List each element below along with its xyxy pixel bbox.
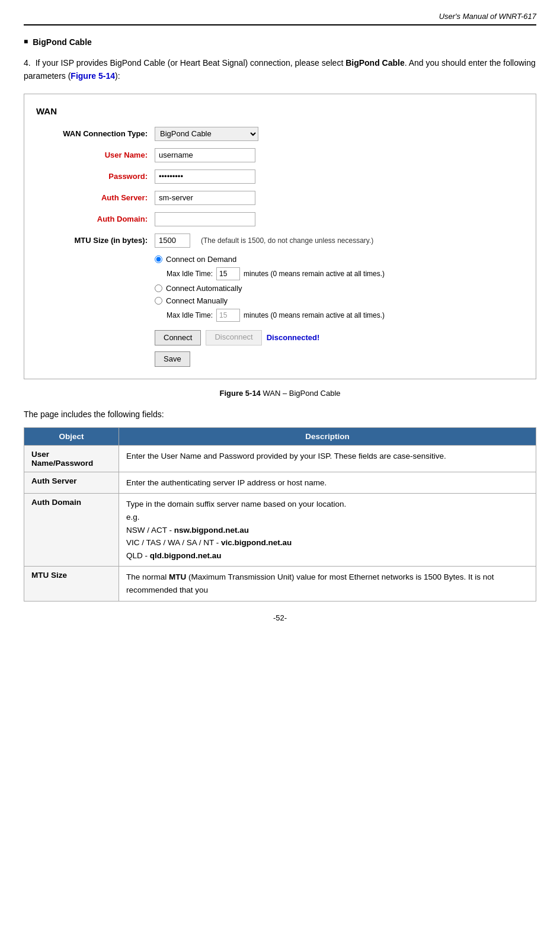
connection-type-label: WAN Connection Type: bbox=[36, 129, 155, 138]
desc-cell-username: Enter the User Name and Password provide… bbox=[119, 445, 536, 472]
disconnect-button: Disconnect bbox=[206, 330, 261, 345]
section-heading: BigPond Cable bbox=[24, 37, 536, 47]
password-row: Password: bbox=[36, 169, 518, 184]
mtu-input[interactable] bbox=[155, 233, 190, 248]
page-header: User's Manual of WNRT-617 bbox=[24, 12, 536, 25]
table-row: Auth Domain Type in the domain suffix se… bbox=[24, 494, 536, 567]
connect-on-demand-radio[interactable] bbox=[155, 255, 162, 263]
connect-auto-label[interactable]: Connect Automatically bbox=[166, 284, 242, 293]
connect-buttons-row: Connect Disconnect Disconnected! bbox=[155, 330, 518, 345]
auth-domain-input[interactable] bbox=[155, 212, 255, 226]
max-idle-time-note-2: minutes (0 means remain active at all ti… bbox=[244, 311, 385, 319]
mtu-bold: MTU bbox=[169, 572, 186, 581]
max-idle-time-note-1: minutes (0 means remain active at all ti… bbox=[244, 270, 385, 278]
mtu-input-group: (The default is 1500, do not change unle… bbox=[155, 233, 373, 248]
connect-on-demand-label[interactable]: Connect on Demand bbox=[166, 255, 236, 264]
footer-text: -52- bbox=[273, 613, 287, 622]
figure-caption-text: WAN – BigPond Cable bbox=[261, 389, 341, 398]
auth-domain-row: Auth Domain: bbox=[36, 212, 518, 226]
obj-cell-auth-server: Auth Server bbox=[24, 472, 119, 494]
connect-manual-label[interactable]: Connect Manually bbox=[166, 296, 228, 305]
body-text: The page includes the following fields: bbox=[24, 409, 536, 419]
idle-time-row-1: Max Idle Time: minutes (0 means remain a… bbox=[167, 267, 518, 280]
desc-cell-mtu: The normal MTU (Maximum Transmission Uni… bbox=[119, 567, 536, 601]
table-row: MTU Size The normal MTU (Maximum Transmi… bbox=[24, 567, 536, 601]
auth-server-label: Auth Server: bbox=[36, 193, 155, 202]
connect-manual-radio[interactable] bbox=[155, 297, 162, 305]
mtu-label: MTU Size (in bytes): bbox=[36, 236, 155, 245]
connect-options: Connect on Demand Max Idle Time: minutes… bbox=[155, 255, 518, 322]
username-row: User Name: bbox=[36, 148, 518, 162]
obj-cell-username: User Name/Password bbox=[24, 445, 119, 472]
mtu-row: MTU Size (in bytes): (The default is 150… bbox=[36, 233, 518, 248]
desc-cell-auth-domain: Type in the domain suffix server name ba… bbox=[119, 494, 536, 567]
connect-manual-row: Connect Manually bbox=[155, 296, 518, 305]
table-row: Auth Server Enter the authenticating ser… bbox=[24, 472, 536, 494]
desc-cell-auth-server: Enter the authenticating server IP addre… bbox=[119, 472, 536, 494]
auth-domain-label: Auth Domain: bbox=[36, 215, 155, 223]
figure-caption-bold: Figure 5-14 bbox=[220, 389, 261, 398]
password-input[interactable] bbox=[155, 169, 255, 184]
intro-text3: ): bbox=[115, 71, 120, 81]
intro-bold1: BigPond Cable bbox=[345, 58, 405, 68]
max-idle-time-label-2: Max Idle Time: bbox=[167, 311, 213, 319]
wan-title: WAN bbox=[36, 106, 518, 116]
save-button[interactable]: Save bbox=[155, 351, 190, 367]
figure-caption: Figure 5-14 WAN – BigPond Cable bbox=[24, 389, 536, 398]
connection-type-row: WAN Connection Type: BigPond Cable bbox=[36, 127, 518, 141]
qld-bold: qld.bigpond.net.au bbox=[150, 551, 222, 560]
connect-auto-radio[interactable] bbox=[155, 284, 162, 292]
max-idle-time-label-1: Max Idle Time: bbox=[167, 270, 213, 278]
connection-type-select[interactable]: BigPond Cable bbox=[155, 127, 258, 141]
max-idle-time-input-1[interactable] bbox=[216, 267, 240, 280]
nsw-bold: nsw.bigpond.net.au bbox=[174, 526, 249, 535]
figure-link[interactable]: Figure 5-14 bbox=[71, 71, 115, 81]
mtu-note: (The default is 1500, do not change unle… bbox=[201, 236, 373, 245]
idle-time-row-2: Max Idle Time: minutes (0 means remain a… bbox=[167, 309, 518, 322]
obj-cell-auth-domain: Auth Domain bbox=[24, 494, 119, 567]
max-idle-time-input-2[interactable] bbox=[216, 309, 240, 322]
intro-paragraph: 4.If your ISP provides BigPond Cable (or… bbox=[24, 56, 536, 83]
auth-server-row: Auth Server: bbox=[36, 191, 518, 205]
vic-bold: vic.bigpond.net.au bbox=[221, 538, 292, 547]
save-row: Save bbox=[155, 351, 518, 367]
auth-server-input[interactable] bbox=[155, 191, 255, 205]
col-header-description: Description bbox=[119, 427, 536, 445]
username-label: User Name: bbox=[36, 151, 155, 159]
list-number: 4. bbox=[24, 56, 31, 69]
disconnected-status: Disconnected! bbox=[267, 333, 320, 342]
obj-cell-mtu: MTU Size bbox=[24, 567, 119, 601]
table-row: User Name/Password Enter the User Name a… bbox=[24, 445, 536, 472]
section-heading-text: BigPond Cable bbox=[33, 37, 92, 47]
connect-auto-row: Connect Automatically bbox=[155, 284, 518, 293]
footer: -52- bbox=[24, 613, 536, 622]
header-title: User's Manual of WNRT-617 bbox=[439, 12, 536, 21]
intro-text1: If your ISP provides BigPond Cable (or H… bbox=[36, 58, 345, 68]
username-input[interactable] bbox=[155, 148, 255, 162]
info-table: Object Description User Name/Password En… bbox=[24, 427, 536, 602]
col-header-object: Object bbox=[24, 427, 119, 445]
password-label: Password: bbox=[36, 172, 155, 181]
wan-box: WAN WAN Connection Type: BigPond Cable U… bbox=[24, 94, 536, 379]
connect-on-demand-row: Connect on Demand bbox=[155, 255, 518, 264]
connect-button[interactable]: Connect bbox=[155, 330, 201, 345]
